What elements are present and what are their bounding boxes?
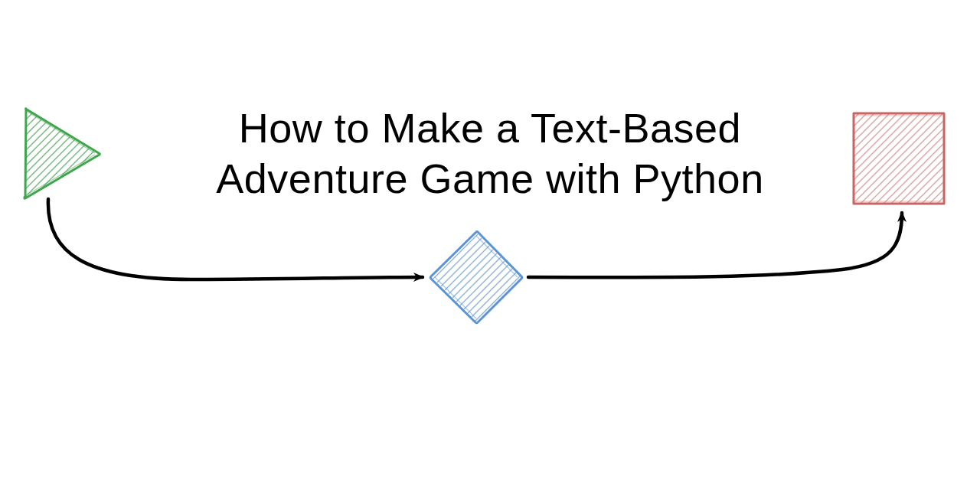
title-line-1: How to Make a Text-Based — [0, 103, 980, 154]
diagram-stage: How to Make a Text-Based Adventure Game … — [0, 0, 980, 490]
arrow-start-to-decision — [48, 199, 423, 279]
diamond-icon — [430, 231, 522, 323]
arrow-decision-to-end — [528, 213, 902, 277]
shapes-layer — [0, 0, 980, 490]
title-line-2: Adventure Game with Python — [0, 154, 980, 204]
diagram-title: How to Make a Text-Based Adventure Game … — [0, 103, 980, 204]
